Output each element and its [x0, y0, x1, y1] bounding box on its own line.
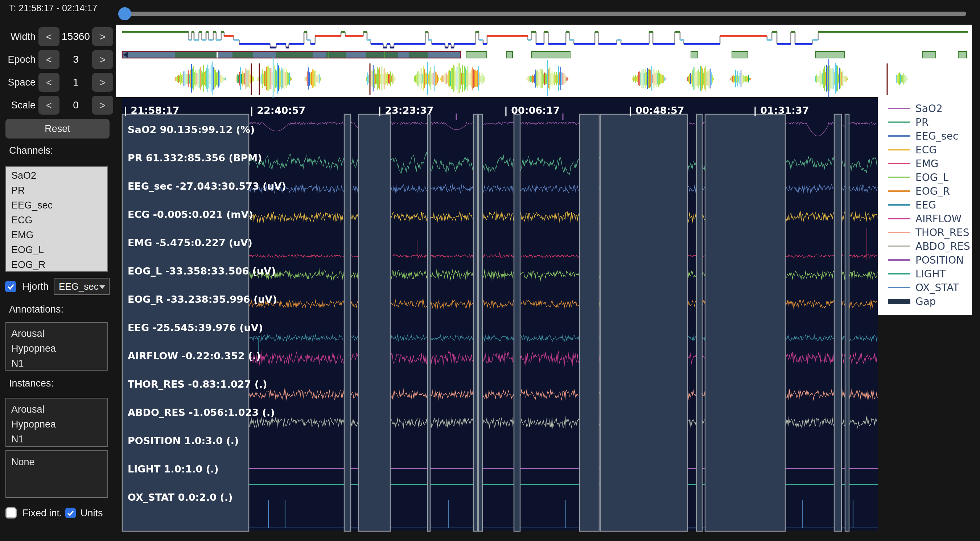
legend-label: OX_STAT — [915, 282, 959, 294]
legend-item-abdo_res: ABDO_RES — [888, 239, 970, 253]
channels-listbox[interactable]: SaO2PREEG_secECGEMGEOG_LEOG_R — [5, 166, 108, 272]
annotations-label: Annotations: — [9, 304, 64, 315]
legend-item-eog_l: EOG_L — [888, 170, 970, 184]
increment-button[interactable]: > — [92, 27, 113, 46]
legend-label: Gap — [915, 296, 936, 307]
legend-item-airflow: AIRFLOW — [888, 212, 970, 226]
legend-label: EEG — [915, 199, 936, 211]
hjorth-channel-select[interactable]: EEG_sec — [54, 278, 110, 295]
main-chart[interactable] — [122, 98, 878, 531]
spinner-label: Scale — [0, 96, 35, 115]
check-icon — [67, 509, 74, 517]
legend-item-thor_res: THOR_RES — [888, 226, 970, 239]
legend-label: THOR_RES — [915, 227, 969, 239]
legend-item-ecg: ECG — [888, 143, 970, 157]
sidebar: Width<15360>Epoch<3>Space<1>Scale<0> Res… — [0, 0, 116, 541]
legend-swatch — [888, 108, 910, 109]
legend-item-sao2: SaO2 — [888, 102, 970, 115]
instances-listbox[interactable]: ArousalHypopneaN1 — [5, 398, 108, 447]
instance-item-arousal[interactable]: Arousal — [6, 402, 107, 417]
legend-swatch — [888, 177, 910, 178]
legend-swatch — [888, 121, 910, 123]
annotation-item-n1[interactable]: N1 — [6, 356, 107, 371]
legend-item-eog_r: EOG_R — [888, 184, 970, 198]
increment-button[interactable]: > — [92, 96, 113, 115]
spinner-label: Epoch — [0, 50, 35, 69]
legend-label: EOG_L — [915, 172, 948, 183]
legend-swatch — [888, 218, 910, 220]
spinner-row-epoch: Epoch<3> — [0, 50, 116, 69]
legend-item-ox_stat: OX_STAT — [888, 281, 970, 294]
instance-item-hypopnea[interactable]: Hypopnea — [6, 417, 107, 432]
legend-swatch — [888, 190, 910, 192]
instance-item-none[interactable]: None — [6, 455, 107, 469]
legend-label: SaO2 — [915, 103, 943, 115]
decrement-button[interactable]: < — [38, 50, 59, 69]
hjorth-select-value: EEG_sec — [59, 281, 99, 292]
legend-swatch — [888, 299, 910, 304]
reset-button[interactable]: Reset — [5, 119, 110, 138]
legend-label: EEG_sec — [915, 130, 958, 142]
legend-item-eeg: EEG — [888, 198, 970, 212]
hjorth-label: Hjorth — [22, 281, 49, 292]
legend-swatch — [888, 259, 910, 261]
timeline-slider[interactable] — [120, 11, 966, 16]
legend-swatch — [888, 149, 910, 151]
legend-label: EOG_R — [915, 185, 950, 197]
legend-label: POSITION — [915, 254, 964, 266]
hjorth-checkbox[interactable] — [5, 281, 16, 292]
legend-label: ABDO_RES — [915, 240, 970, 252]
slider-handle[interactable] — [118, 7, 131, 20]
instance-item-n1[interactable]: N1 — [6, 432, 107, 447]
channel-item-sao2[interactable]: SaO2 — [6, 168, 107, 183]
legend-label: EMG — [915, 158, 939, 170]
legend-swatch — [888, 135, 910, 137]
legend-item-position: POSITION — [888, 253, 970, 267]
annotation-item-arousal[interactable]: Arousal — [6, 326, 107, 341]
legend: SaO2PREEG_secECGEMGEOG_LEOG_REEGAIRFLOWT… — [888, 102, 970, 308]
channel-item-pr[interactable]: PR — [6, 183, 107, 198]
units-checkbox[interactable] — [65, 508, 76, 518]
legend-label: AIRFLOW — [915, 213, 961, 225]
channel-item-eog_l[interactable]: EOG_L — [6, 243, 107, 258]
legend-item-eeg_sec: EEG_sec — [888, 129, 970, 143]
spinner-value: 0 — [59, 96, 92, 115]
units-label: Units — [81, 508, 103, 519]
legend-swatch — [888, 232, 910, 233]
spinner-value: 3 — [59, 50, 92, 69]
spinner-value: 1 — [59, 73, 92, 92]
legend-swatch — [888, 287, 910, 288]
increment-button[interactable]: > — [92, 73, 113, 92]
legend-swatch — [888, 273, 910, 274]
spinner-row-scale: Scale<0> — [0, 96, 116, 115]
decrement-button[interactable]: < — [38, 27, 59, 46]
instances-secondary-listbox[interactable]: None — [5, 450, 108, 498]
legend-swatch — [888, 204, 910, 205]
channel-item-eeg_sec[interactable]: EEG_sec — [6, 198, 107, 213]
legend-swatch — [888, 245, 910, 247]
channel-item-emg[interactable]: EMG — [6, 228, 107, 243]
legend-label: LIGHT — [915, 268, 946, 280]
legend-label: ECG — [915, 144, 937, 156]
instances-label: Instances: — [9, 378, 54, 389]
check-icon — [7, 282, 15, 290]
channel-item-eog_r[interactable]: EOG_R — [6, 258, 107, 272]
legend-swatch — [888, 163, 910, 164]
fixed-int-checkbox[interactable] — [5, 507, 17, 519]
channel-item-ecg[interactable]: ECG — [6, 213, 107, 228]
spinner-value: 15360 — [59, 27, 92, 46]
spinner-row-width: Width<15360> — [0, 27, 116, 46]
increment-button[interactable]: > — [92, 50, 113, 69]
legend-item-pr: PR — [888, 115, 970, 129]
decrement-button[interactable]: < — [38, 96, 59, 115]
legend-item-gap: Gap — [888, 294, 970, 308]
chevron-down-icon — [99, 285, 105, 289]
decrement-button[interactable]: < — [38, 73, 59, 92]
spinner-row-space: Space<1> — [0, 73, 116, 92]
annotation-item-hypopnea[interactable]: Hypopnea — [6, 341, 107, 356]
annotations-listbox[interactable]: ArousalHypopneaN1 — [5, 322, 108, 371]
fixed-int-label: Fixed int. — [22, 508, 62, 519]
overview-panel[interactable] — [116, 25, 972, 97]
channels-label: Channels: — [9, 145, 53, 156]
spinner-label: Space — [0, 73, 35, 92]
